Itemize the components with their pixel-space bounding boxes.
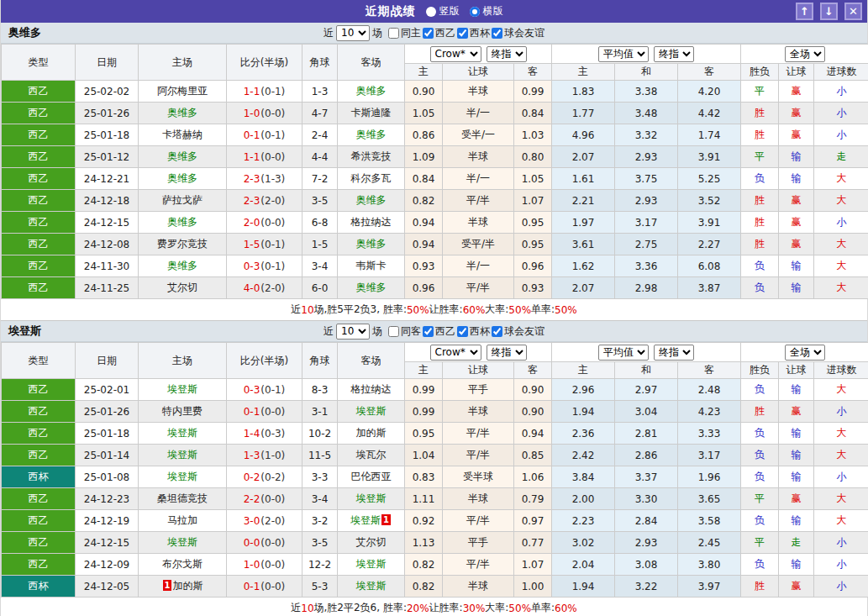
match-count-select[interactable]: 10	[336, 25, 370, 41]
handicap-result-cell: 输	[779, 510, 814, 532]
handicap-cell: 平/半	[443, 554, 514, 576]
near-label: 近	[324, 324, 334, 339]
results-table: 类型 日期 主场 比分(半场) 角球 客场 Crow*终指 平均值终指 全场 主…	[1, 342, 868, 598]
average-time-select[interactable]: 终指	[654, 345, 694, 361]
average-select[interactable]: 平均值	[598, 46, 649, 62]
away-team-cell: 奥维多	[338, 124, 405, 146]
avg-home-cell: 1.77	[552, 103, 615, 124]
league-cell: 西乙	[2, 190, 76, 212]
score-cell: 1-3(1-0)	[227, 445, 302, 466]
checkbox-input[interactable]	[423, 28, 434, 39]
league2-checkbox[interactable]: 西杯	[457, 324, 490, 339]
league2-checkbox[interactable]: 西杯	[457, 26, 490, 40]
team-label: 埃瓦尔	[356, 449, 387, 461]
team-label: 马拉加	[167, 514, 197, 526]
team-label: 埃登斯	[350, 514, 381, 526]
league1-checkbox[interactable]: 西乙	[423, 324, 455, 339]
col-home: 主场	[139, 45, 227, 81]
winloss-result-cell: 平	[741, 488, 779, 510]
summary-segment: 60%	[555, 603, 577, 614]
halftime-score: (0-0)	[260, 108, 285, 119]
checkbox-input[interactable]	[492, 28, 502, 39]
away-odds-cell: 1.00	[514, 576, 552, 598]
same-venue-checkbox[interactable]: 同客	[388, 324, 421, 339]
checkbox-input[interactable]	[457, 326, 468, 337]
bookmaker-select[interactable]: Crow*	[430, 345, 481, 361]
score-cell: 4-0(2-0)	[227, 277, 302, 299]
home-odds-cell: 0.96	[405, 277, 443, 299]
goals-result-cell: 大	[814, 423, 868, 445]
move-down-button[interactable]: ↓	[820, 3, 838, 20]
checkbox-input[interactable]	[457, 28, 468, 39]
summary-segment: 单率:	[531, 303, 555, 317]
halftime-score: (0-1)	[260, 384, 285, 396]
vertical-layout-radio[interactable]: 竖版	[426, 4, 460, 18]
odds-time-select[interactable]: 终指	[487, 46, 527, 62]
checkbox-input[interactable]	[388, 326, 399, 337]
league3-checkbox[interactable]: 球会友谊	[492, 324, 544, 339]
winloss-result-cell: 胜	[741, 212, 779, 234]
halftime-score: (0-1)	[260, 261, 285, 272]
avg-draw-cell: 2.86	[615, 445, 678, 466]
move-up-button[interactable]: ↑	[796, 3, 813, 20]
avg-draw-cell: 3.36	[615, 255, 678, 277]
scope-select[interactable]: 全场	[785, 345, 825, 361]
away-team-cell: 格拉纳达	[338, 379, 405, 401]
odds-time-select[interactable]: 终指	[487, 345, 527, 361]
table-row: 西乙25-02-01埃登斯0-3(0-1)8-3格拉纳达0.99平手0.902.…	[2, 379, 868, 401]
red-card-badge: 1	[163, 580, 172, 591]
away-team-cell: 科尔多瓦	[338, 168, 405, 190]
table-row: 西乙24-12-21奥维多2-3(1-3)7-2科尔多瓦0.84半/一1.051…	[2, 168, 868, 190]
handicap-result-cell: 走	[779, 532, 814, 554]
winloss-result-cell: 平	[741, 532, 779, 554]
checkbox-input[interactable]	[423, 326, 434, 337]
score-cell: 0-2(0-2)	[227, 466, 302, 488]
home-odds-cell: 1.04	[405, 445, 443, 466]
score-cell: 1-0(0-0)	[227, 103, 302, 124]
home-odds-cell: 0.82	[405, 190, 443, 212]
halftime-score: (0-1)	[260, 239, 285, 250]
home-odds-cell: 0.82	[405, 576, 443, 598]
home-team-cell: 埃登斯	[139, 423, 227, 445]
team-label: 桑坦德竞技	[157, 492, 208, 504]
league3-checkbox[interactable]: 球会友谊	[492, 26, 544, 40]
summary-segment: 大率:	[485, 601, 508, 615]
summary-segment: 近	[291, 601, 301, 615]
halftime-score: (0-0)	[260, 151, 285, 163]
home-odds-cell: 0.84	[405, 168, 443, 190]
match-count-select[interactable]: 10	[336, 324, 370, 340]
away-odds-cell: 1.07	[514, 190, 552, 212]
away-odds-cell: 0.80	[514, 146, 552, 168]
away-odds-cell: 0.84	[514, 103, 552, 124]
team-label: 埃登斯	[356, 580, 387, 592]
halftime-score: (1-3)	[260, 173, 285, 185]
checkbox-input[interactable]	[492, 326, 502, 337]
horizontal-layout-radio[interactable]: 横版	[470, 4, 503, 18]
average-time-select[interactable]: 终指	[654, 46, 694, 62]
scope-select[interactable]: 全场	[785, 46, 825, 62]
avg-draw-cell: 2.93	[615, 146, 678, 168]
checkbox-input[interactable]	[388, 28, 399, 39]
halftime-score: (0-3)	[260, 428, 285, 440]
away-odds-cell: 1.05	[514, 168, 552, 190]
col-score: 比分(半场)	[227, 343, 302, 379]
halftime-score: (2-0)	[260, 282, 285, 294]
home-odds-cell: 1.13	[405, 532, 443, 554]
average-select[interactable]: 平均值	[598, 345, 649, 361]
goals-result-cell: 大	[814, 168, 868, 190]
corner-cell: 11-5	[302, 445, 338, 466]
bookmaker-select[interactable]: Crow*	[430, 46, 481, 62]
away-team-cell: 埃登斯	[338, 488, 405, 510]
same-venue-checkbox[interactable]: 同主	[388, 26, 421, 40]
team-label: 奥维多	[356, 85, 387, 97]
away-odds-cell: 1.03	[514, 124, 552, 146]
avg-away-cell: 3.91	[678, 212, 741, 234]
close-button[interactable]: ✕	[844, 3, 862, 20]
team-label: 埃登斯	[167, 449, 197, 461]
league1-checkbox[interactable]: 西乙	[423, 26, 455, 40]
col-date: 日期	[76, 343, 139, 379]
winloss-result-cell: 胜	[741, 124, 779, 146]
score-cell: 0-3(0-1)	[227, 379, 302, 401]
fulltime-score: 0-1	[244, 581, 260, 592]
col-score: 比分(半场)	[227, 45, 302, 81]
